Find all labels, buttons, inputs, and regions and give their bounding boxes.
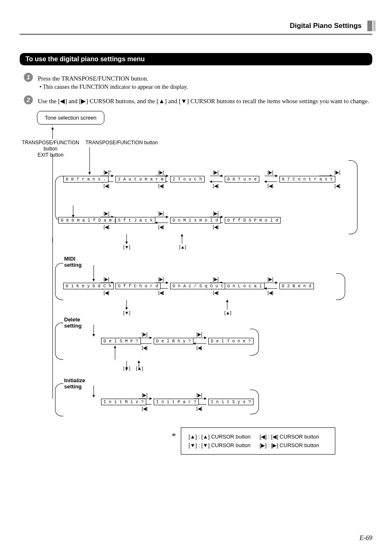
step-2-text: Use the [◀] and [▶] CURSOR buttons, and … <box>38 98 369 104</box>
legend-asterisk: * <box>172 432 176 441</box>
delete-label: Deletesetting <box>64 316 82 329</box>
disp-delrhy: D e l R h y ? <box>154 338 194 344</box>
step-2: 2 Use the [◀] and [▶] CURSOR buttons, an… <box>24 97 372 105</box>
disp-mixhold: O n M i x H o l d <box>170 217 221 224</box>
disp-keybdch: 0 1 K e y b d C h <box>63 283 114 289</box>
page-header: Digital Piano Settings <box>20 21 372 31</box>
step-number-badge: 1 <box>24 73 33 82</box>
legend-up: [▲] : [▲] CURSOR button <box>189 433 259 441</box>
disp-initmix: I n i t M i x ? <box>101 399 146 405</box>
tone-selection-box: Tone selection screen <box>37 111 104 125</box>
step-1-bullet: • This causes the FUNCTION indicator to … <box>39 84 188 90</box>
disp-delsmf: D e l S M F ? <box>101 338 141 344</box>
disp-halfdamp: 0 0 0 H a l f D a m p <box>58 217 120 224</box>
subsection-bar: To use the digital piano settings menu <box>20 53 372 65</box>
midi-label: MIDIsetting <box>64 256 82 268</box>
left-button-label: TRANSPOSE/FUNCTIONbuttonEXIT button <box>20 140 81 158</box>
disp-touch: 2 T o u c h <box>170 176 205 182</box>
legend-left: [◀] : [◀] CURSOR button <box>260 433 327 441</box>
disp-offchord: O f f C h o r d <box>115 283 161 289</box>
page-number: E-69 <box>360 534 372 542</box>
top-button-label: TRANSPOSE/FUNCTION button <box>85 140 158 146</box>
disp-initpar: I n i t P a r ? <box>154 399 199 405</box>
step-1: 1 Press the TRANSPOSE/FUNCTION button. •… <box>24 74 372 91</box>
disp-sftjack: S f t J a c k <box>115 217 155 224</box>
disp-dsphold: O f f D S P H o l d <box>225 217 281 224</box>
legend-box: [▲] : [▲] CURSOR button [◀] : [◀] CURSOR… <box>181 427 335 455</box>
header-rule <box>20 34 372 35</box>
disp-tune: 0 0 T u n e <box>225 176 259 182</box>
header-end-decoration <box>367 21 372 31</box>
flow-diagram: Tone selection screen TRANSPOSE/FUNCTION… <box>20 111 373 423</box>
disp-deltone: D e l T o n e ? <box>208 338 254 344</box>
disp-initsys: I n i t S y s ? <box>208 399 254 405</box>
disp-contrast: 0 7 C o n t r a s t <box>279 176 335 182</box>
disp-local: O n L o c a l <box>225 283 265 289</box>
step-1-text: Press the TRANSPOSE/FUNCTION button. <box>38 75 148 82</box>
legend-right: [▶] : [▶] CURSOR button <box>260 441 327 449</box>
disp-bend: 0 2 B e n d <box>279 283 314 289</box>
disp-acsqout: O n A c / S q O u t <box>170 283 226 289</box>
disp-autoharm: 2 A u t o H a r m <box>115 176 166 182</box>
disp-trans: 0 0 T r a n s . <box>63 176 108 182</box>
init-label: Initializesetting <box>64 377 85 390</box>
step-number-badge: 2 <box>24 95 33 104</box>
legend-down: [▼] : [▼] CURSOR button <box>189 441 259 449</box>
section-title: Digital Piano Settings <box>290 22 362 30</box>
steps-list: 1 Press the TRANSPOSE/FUNCTION button. •… <box>24 74 372 105</box>
